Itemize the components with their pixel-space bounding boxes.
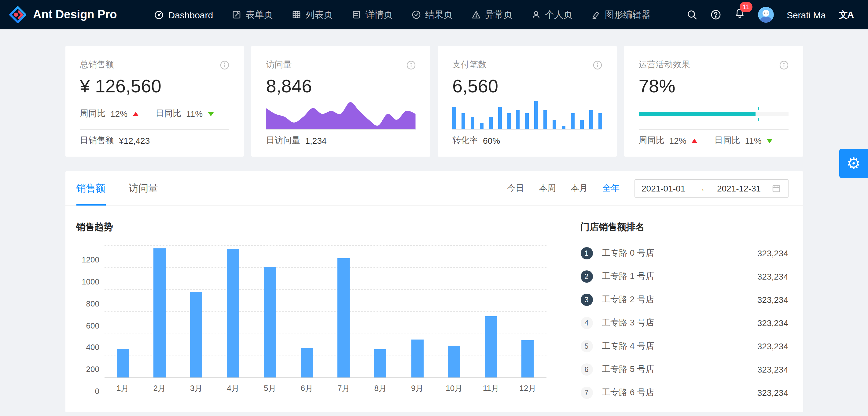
ranking-title: 门店销售额排名 (580, 221, 788, 233)
mini-bar (525, 114, 529, 129)
gridline (104, 267, 546, 268)
nav-dashboard[interactable]: Dashboard (145, 0, 222, 29)
avatar[interactable] (758, 7, 774, 23)
range-month[interactable]: 本月 (570, 183, 588, 194)
tab-visits[interactable]: 访问量 (129, 171, 158, 205)
x-axis-label: 10月 (436, 383, 473, 394)
info-icon[interactable] (220, 60, 229, 69)
table-icon (291, 10, 301, 20)
tab-sales[interactable]: 销售额 (76, 171, 105, 205)
y-axis-label: 1000 (76, 277, 99, 286)
card-value: ¥ 126,560 (80, 73, 229, 98)
mini-bar (489, 117, 492, 129)
user-icon (531, 10, 541, 20)
dashboard-icon (154, 10, 164, 20)
ranking-item: 5工专路 4 号店323,234 (580, 335, 788, 358)
user-name[interactable]: Serati Ma (787, 9, 826, 20)
mini-bar (498, 107, 501, 129)
sales-bar-4月 (227, 249, 239, 378)
top-nav-bar: Ant Design Pro Dashboard 表单页 列表页 详情页 结果页 (0, 0, 868, 29)
translate-icon[interactable]: 文A (839, 9, 853, 21)
mini-bar (452, 107, 456, 129)
sales-bar-2月 (153, 249, 166, 378)
app-window: Ant Design Pro Dashboard 表单页 列表页 详情页 结果页 (0, 0, 868, 416)
store-sales-value: 323,234 (757, 295, 788, 305)
mini-bar (544, 111, 547, 129)
ranking-item: 6工专路 5 号店323,234 (580, 358, 788, 381)
card-footer: 日访问量1,234 (266, 130, 416, 146)
header-actions: 11 Serati Ma 文A (686, 7, 853, 23)
nav-exception-page[interactable]: 异常页 (462, 0, 522, 29)
info-icon[interactable] (406, 60, 416, 69)
nav-graph-editor[interactable]: 图形编辑器 (582, 0, 660, 29)
gridline (104, 245, 546, 246)
sales-bar-1月 (117, 348, 129, 378)
ranking-item: 4工专路 3 号店323,234 (580, 311, 788, 335)
caret-down-icon (767, 139, 773, 143)
range-year[interactable]: 全年 (602, 183, 620, 194)
nav-list-page[interactable]: 列表页 (282, 0, 342, 29)
notification-badge: 11 (740, 2, 753, 12)
y-axis-label: 800 (76, 299, 99, 308)
sales-bar-9月 (411, 339, 423, 378)
mini-bar (589, 111, 593, 129)
caret-down-icon (208, 112, 214, 116)
x-axis-label: 5月 (251, 383, 288, 394)
card-title: 支付笔数 (452, 59, 487, 70)
card-value: 6,560 (452, 73, 602, 98)
sales-tabbar: 销售额 访问量 今日 本周 本月 全年 2021-01-01 → 2021-12… (65, 171, 803, 206)
range-week[interactable]: 本周 (539, 183, 556, 194)
nav-result-page[interactable]: 结果页 (402, 0, 462, 29)
sales-bar-10月 (448, 346, 460, 378)
card-footer: 转化率60% (452, 130, 602, 146)
info-icon[interactable] (593, 60, 602, 69)
x-axis-label: 11月 (472, 383, 509, 394)
gear-icon: ⚙ (847, 155, 861, 171)
card-total-sales: 总销售额 ¥ 126,560 周同比12% 日同比11% 日销售额¥12,423 (65, 46, 244, 157)
warning-icon (471, 10, 481, 20)
date-end-input[interactable]: 2021-12-31 (717, 183, 761, 193)
nav-account-page[interactable]: 个人页 (522, 0, 582, 29)
ranking-item: 1工专路 0 号店323,234 (580, 242, 788, 265)
payments-mini-bar-chart (452, 100, 602, 129)
store-sales-value: 323,234 (757, 318, 788, 328)
y-axis-label: 0 (76, 387, 99, 396)
date-start-input[interactable]: 2021-01-01 (642, 183, 685, 193)
theme-settings-button[interactable]: ⚙ (839, 149, 868, 178)
chart-title: 销售趋势 (76, 221, 552, 233)
nav-detail-page[interactable]: 详情页 (342, 0, 402, 29)
card-footer: 日销售额¥12,423 (80, 130, 229, 146)
rank-badge: 3 (580, 294, 593, 306)
card-value: 78% (639, 73, 788, 98)
store-ranking-section: 门店销售额排名 1工专路 0 号店323,2342工专路 1 号店323,234… (580, 206, 788, 405)
mini-bar (480, 123, 484, 129)
mini-bar (571, 114, 575, 129)
notifications-bell[interactable]: 11 (734, 8, 745, 22)
sales-trend-section: 销售趋势 1月2月3月4月5月6月7月8月9月10月11月12月 0200400… (76, 206, 552, 405)
sales-bar-6月 (301, 348, 313, 378)
sales-bar-3月 (190, 292, 202, 378)
sales-bar-7月 (337, 259, 350, 378)
gridline (104, 333, 546, 334)
highlight-icon (591, 10, 600, 20)
help-icon[interactable] (710, 9, 721, 20)
activity-progress-bar (639, 112, 788, 116)
brand[interactable]: Ant Design Pro (8, 5, 117, 24)
range-today[interactable]: 今日 (507, 183, 524, 194)
date-range-picker[interactable]: 2021-01-01 → 2021-12-31 (634, 179, 788, 197)
mini-bar (516, 111, 520, 129)
mini-bar (471, 117, 474, 129)
sales-bar-11月 (485, 317, 497, 378)
card-title: 运营活动效果 (639, 59, 690, 70)
y-axis-label: 600 (76, 321, 99, 330)
store-sales-value: 323,234 (757, 341, 788, 351)
store-name: 工专路 4 号店 (602, 341, 654, 352)
store-sales-value: 323,234 (757, 388, 788, 398)
sales-bar-5月 (264, 266, 276, 378)
profile-icon (351, 10, 361, 20)
nav-form-page[interactable]: 表单页 (222, 0, 282, 29)
store-sales-value: 323,234 (757, 365, 788, 375)
search-icon[interactable] (686, 9, 698, 20)
info-icon[interactable] (779, 60, 788, 69)
x-axis-label: 12月 (509, 383, 547, 394)
